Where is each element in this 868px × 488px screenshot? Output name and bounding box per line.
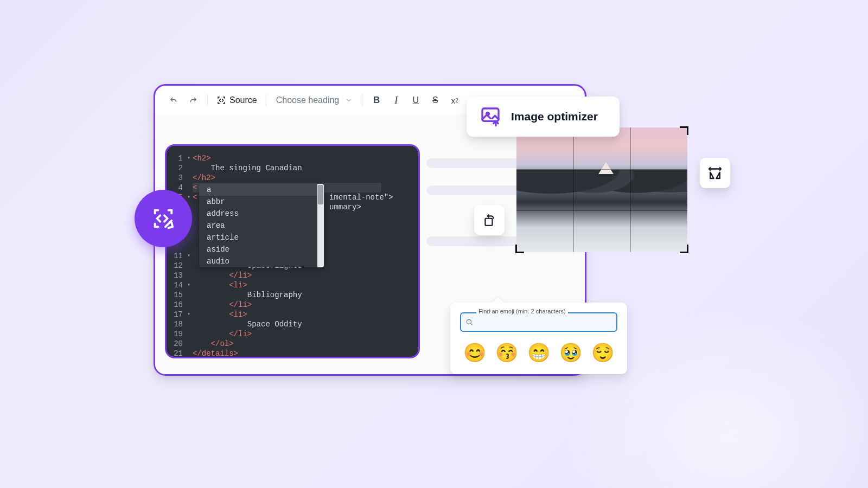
heading-dropdown[interactable]: Choose heading (272, 92, 357, 109)
image-optimizer-card: Image optimizer (467, 97, 620, 137)
svg-line-4 (471, 324, 473, 325)
source-label: Source (229, 95, 257, 105)
separator (207, 94, 208, 106)
emoji-row: 😊 😚 😁 🥹 😌 (460, 332, 617, 369)
autocomplete-item[interactable]: area (199, 220, 324, 232)
flip-horizontal-icon (707, 165, 723, 181)
emoji-option[interactable]: 😌 (591, 342, 614, 363)
image-crop-preview[interactable] (516, 127, 687, 252)
crop-handle-br[interactable] (680, 245, 688, 253)
emoji-option[interactable]: 😊 (463, 342, 486, 363)
line-number: 11 (167, 251, 187, 261)
separator (362, 94, 362, 106)
crop-handle-tr[interactable] (680, 126, 688, 135)
emoji-search-field[interactable]: Find an emoji (min. 2 characters) (460, 312, 617, 332)
image-upload-icon (480, 106, 501, 127)
source-edit-icon (151, 206, 176, 231)
autocomplete-item[interactable]: audio (199, 255, 324, 267)
italic-button[interactable]: I (387, 92, 405, 109)
underline-button[interactable]: U (407, 92, 424, 109)
source-button[interactable]: Source (213, 92, 260, 109)
chevron-down-icon (346, 97, 352, 104)
code-ghost-text: ummary> (329, 202, 361, 212)
autocomplete-item[interactable]: aside (199, 243, 324, 255)
line-number: 18 (167, 319, 187, 329)
subscript-button[interactable]: x2 (446, 92, 463, 109)
line-number: 19 (167, 329, 187, 339)
redo-icon (188, 95, 198, 105)
line-number: 15 (167, 290, 187, 300)
heading-label: Choose heading (276, 95, 340, 105)
line-number: 2 (167, 163, 187, 173)
emoji-search-input[interactable] (476, 318, 612, 327)
line-number: 20 (167, 339, 187, 349)
autocomplete-item[interactable]: article (199, 232, 324, 243)
autocomplete-item[interactable]: a (199, 184, 324, 196)
svg-point-3 (467, 319, 471, 324)
emoji-option[interactable]: 😁 (527, 342, 550, 363)
strikethrough-button[interactable]: S (426, 92, 444, 109)
autocomplete-popup: a abbr address area article aside audio (199, 184, 324, 267)
line-number: 3 (167, 173, 187, 183)
line-number: 12 (167, 261, 187, 271)
line-number: 16 (167, 300, 187, 310)
line-number: 17 (167, 310, 187, 319)
emoji-option[interactable]: 😚 (495, 342, 518, 363)
emoji-search-legend: Find an emoji (min. 2 characters) (476, 309, 568, 314)
rotate-left-button[interactable] (474, 205, 505, 235)
scrollbar[interactable] (317, 184, 324, 267)
source-edit-fab[interactable] (135, 190, 192, 247)
line-number: 1 (167, 153, 187, 163)
svg-rect-2 (485, 219, 492, 226)
undo-button[interactable] (165, 92, 182, 109)
rotate-left-icon (482, 213, 496, 227)
separator (266, 94, 266, 106)
crop-handle-bl[interactable] (515, 245, 524, 253)
line-number: 21 (167, 349, 187, 358)
emoji-picker: Find an emoji (min. 2 characters) 😊 😚 😁 … (450, 303, 627, 374)
code-editor[interactable]: imental-note"> ummary> 1▾<h2> 2 The sing… (165, 144, 420, 358)
autocomplete-item[interactable]: abbr (199, 196, 324, 208)
undo-icon (169, 95, 178, 105)
autocomplete-item[interactable]: address (199, 208, 324, 220)
source-code-icon (216, 95, 226, 105)
redo-button[interactable] (184, 92, 202, 109)
preview-image (516, 127, 687, 252)
line-number: 13 (167, 271, 187, 280)
flip-horizontal-button[interactable] (700, 158, 730, 188)
search-icon (465, 318, 473, 326)
image-optimizer-title: Image optimizer (511, 110, 598, 123)
line-number: 14 (167, 280, 187, 290)
bold-button[interactable]: B (368, 92, 385, 109)
emoji-option[interactable]: 🥹 (559, 342, 582, 363)
